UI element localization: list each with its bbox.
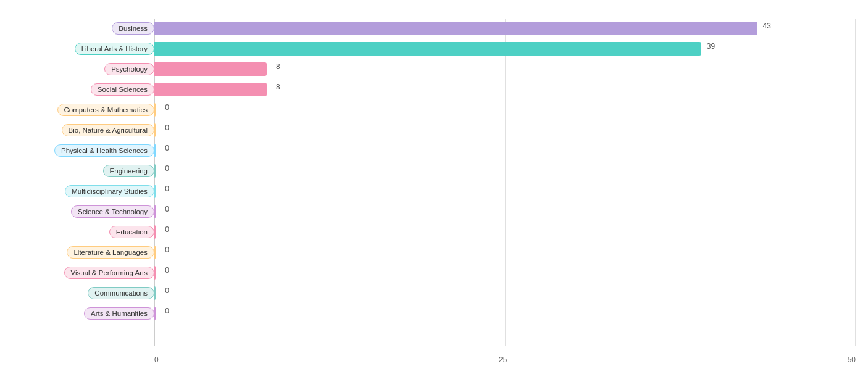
bar-track: 0 [154,222,856,242]
bar-value: 0 [165,123,169,132]
x-tick-0: 0 [154,355,159,364]
bar-track: 43 [154,19,856,38]
label-pill: Engineering [103,165,154,177]
bar-label: Arts & Humanities [12,304,154,323]
x-tick-25: 25 [499,355,507,364]
label-pill: Multidisciplinary Studies [65,185,154,197]
chart-container: Business43Liberal Arts & History39Psycho… [0,0,868,390]
bar-track: 0 [154,161,856,181]
bar-fill: 0 [154,103,156,117]
bar-fill: 0 [154,307,156,320]
bar-label: Visual & Performing Arts [12,263,154,283]
bar-value: 8 [276,83,280,91]
bar-fill: 0 [154,144,156,157]
bar-track: 8 [154,59,856,79]
bar-track: 0 [154,120,856,140]
label-pill: Computers & Mathematics [57,104,155,116]
bar-label: Computers & Mathematics [12,100,154,120]
bar-track: 0 [154,283,856,303]
label-pill: Liberal Arts & History [75,43,154,55]
bar-label: Science & Technology [12,202,154,222]
bar-row: Literature & Languages0 [12,243,856,262]
bar-row: Engineering0 [12,161,856,181]
x-tick-50: 50 [848,355,856,364]
bar-value: 0 [165,185,169,193]
bar-row: Physical & Health Sciences0 [12,141,856,160]
bar-track: 39 [154,39,856,59]
label-pill: Physical & Health Sciences [54,144,154,157]
bar-value: 39 [707,42,715,51]
bar-track: 0 [154,202,856,222]
label-pill: Communications [88,287,154,299]
bar-row: Computers & Mathematics0 [12,100,856,120]
bar-track: 0 [154,243,856,262]
bar-fill: 39 [154,42,701,56]
bar-row: Communications0 [12,283,856,303]
bar-fill: 0 [154,164,156,178]
bar-row: Education0 [12,222,856,242]
bar-row: Social Sciences8 [12,80,856,99]
bar-row: Psychology8 [12,59,856,79]
bars-section: Business43Liberal Arts & History39Psycho… [12,19,856,346]
bar-row: Multidisciplinary Studies0 [12,181,856,201]
bar-label: Physical & Health Sciences [12,141,154,160]
bar-fill: 0 [154,225,156,239]
bar-label: Education [12,222,154,242]
label-pill: Psychology [104,63,154,75]
bar-label: Bio, Nature & Agricultural [12,120,154,140]
label-pill: Bio, Nature & Agricultural [62,124,154,136]
bar-value: 0 [165,225,169,234]
bar-track: 0 [154,181,856,201]
bar-track: 0 [154,141,856,160]
label-pill: Visual & Performing Arts [64,267,154,279]
bar-fill: 8 [154,83,267,96]
bar-value: 0 [165,266,169,275]
label-pill: Literature & Languages [67,246,154,259]
bar-row: Visual & Performing Arts0 [12,263,856,283]
bar-fill: 0 [154,286,156,300]
bar-fill: 43 [154,22,757,35]
bar-value: 0 [165,246,169,254]
bar-track: 8 [154,80,856,99]
x-axis: 0 25 50 [154,355,856,364]
bar-track: 0 [154,100,856,120]
bar-row: Science & Technology0 [12,202,856,222]
bar-value: 0 [165,205,169,214]
bar-label: Liberal Arts & History [12,39,154,59]
bar-label: Communications [12,283,154,303]
bar-row: Bio, Nature & Agricultural0 [12,120,856,140]
bar-label: Engineering [12,161,154,181]
bar-label: Business [12,19,154,38]
bar-label: Social Sciences [12,80,154,99]
bar-fill: 0 [154,205,156,218]
bar-value: 0 [165,164,169,173]
bar-row: Liberal Arts & History39 [12,39,856,59]
bar-value: 8 [276,62,280,71]
bar-fill: 0 [154,246,156,259]
label-pill: Education [109,226,154,238]
bar-track: 0 [154,263,856,283]
bar-label: Multidisciplinary Studies [12,181,154,201]
bar-track: 0 [154,304,856,323]
label-pill: Arts & Humanities [84,307,154,320]
label-pill: Social Sciences [91,83,154,96]
label-pill: Science & Technology [71,205,154,218]
bar-fill: 0 [154,266,156,280]
bar-value: 43 [763,22,771,30]
bar-fill: 0 [154,123,156,137]
bar-fill: 8 [154,62,267,76]
bar-fill: 0 [154,185,156,198]
chart-area: Business43Liberal Arts & History39Psycho… [12,19,856,364]
bar-value: 0 [165,286,169,295]
bar-value: 0 [165,144,169,152]
bar-value: 0 [165,307,169,315]
bar-label: Psychology [12,59,154,79]
bar-value: 0 [165,103,169,112]
label-pill: Business [112,22,154,35]
bar-row: Arts & Humanities0 [12,304,856,323]
bar-row: Business43 [12,19,856,38]
bar-label: Literature & Languages [12,243,154,262]
